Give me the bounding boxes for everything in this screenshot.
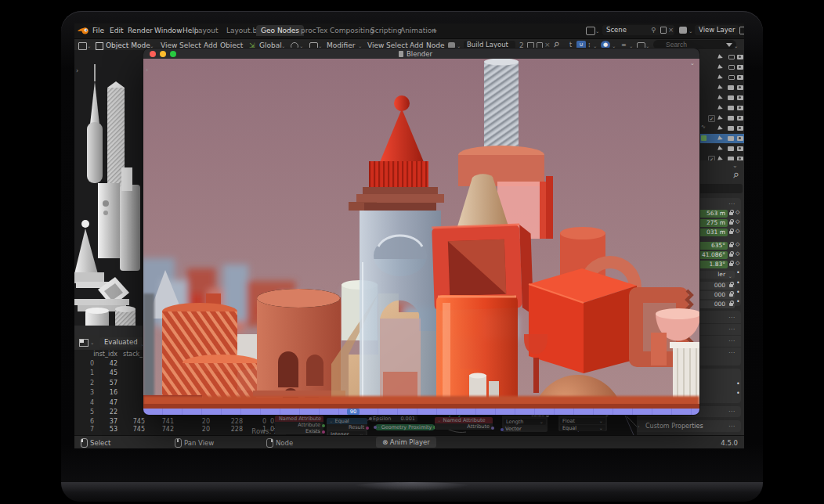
viewport-sidebar-toggle-icon[interactable]: › — [76, 67, 78, 74]
animate-dot-icon[interactable]: • — [736, 298, 740, 305]
node-named-attribute-2[interactable]: ⌄ Named Attribute Attribute — [435, 417, 493, 430]
lock-icon[interactable] — [729, 221, 733, 225]
pin-scene-icon[interactable]: ⚲ — [651, 25, 656, 35]
datatype-dropdown[interactable]: Float⌄ — [560, 418, 605, 424]
lock-icon[interactable] — [729, 244, 733, 247]
node-named-attribute-1[interactable]: Named Attribute Attribute Exists — [275, 416, 323, 434]
socket-icon[interactable] — [322, 424, 325, 427]
minimize-window-button[interactable] — [160, 51, 166, 57]
socket-icon[interactable] — [369, 417, 372, 420]
pin-id-icon[interactable]: ⚲ — [732, 171, 740, 180]
keyframe-icon[interactable]: ◇ — [735, 228, 739, 234]
status-pan-label: Pan View — [184, 439, 214, 447]
outliner-display-icon[interactable]: ≡ — [621, 41, 627, 49]
socket-icon[interactable] — [366, 427, 369, 430]
editor-type-chevron-icon[interactable]: ⌄ — [87, 43, 91, 49]
right-mouse-icon — [266, 438, 273, 448]
panel-menu-icon[interactable]: ⋯ — [728, 423, 735, 430]
animate-dot-icon[interactable]: • — [736, 390, 740, 397]
laptop-lid-notch — [349, 482, 475, 491]
menu-window[interactable]: Window — [154, 27, 183, 34]
spreadsheet-chevron-icon[interactable]: ⌄ — [90, 340, 94, 346]
node-tree-icon[interactable] — [448, 42, 455, 49]
anim-player-button[interactable]: ⊗ Anim Player — [376, 437, 436, 448]
spreadsheet-icon[interactable] — [79, 339, 89, 347]
render-viewport[interactable]: › ⌄ — [143, 59, 699, 409]
close-window-button[interactable] — [150, 51, 156, 57]
editor-type-icon[interactable] — [78, 42, 87, 50]
animate-dot-icon[interactable]: • — [736, 269, 740, 276]
lock-icon[interactable] — [729, 303, 733, 306]
operation-dropdown[interactable]: Length⌄ — [504, 419, 546, 425]
parent-snap-icon[interactable]: t — [569, 41, 572, 49]
view-layer-chevron-icon[interactable]: ⌄ — [688, 28, 692, 34]
menu-render[interactable]: Render — [128, 27, 153, 34]
copy-view-layer-icon[interactable] — [739, 27, 744, 34]
lock-icon[interactable] — [729, 231, 733, 234]
stop-icon[interactable]: ⊗ — [382, 438, 388, 446]
dataset-dropdown[interactable]: Evaluated ⌄ — [99, 337, 148, 347]
panel-menu-icon[interactable]: ⋯ — [728, 314, 735, 321]
lock-icon[interactable] — [729, 254, 733, 257]
socket-icon[interactable] — [491, 427, 494, 430]
view-layer-field[interactable]: View Layer — [695, 25, 739, 35]
panel-menu-icon[interactable]: ⋯ — [728, 326, 735, 333]
panel-menu-icon[interactable]: ⋯ — [728, 408, 735, 415]
node-epsilon-row[interactable]: Epsilon0.001 — [370, 416, 417, 422]
filter-chevron-icon[interactable]: ⌄ — [734, 43, 738, 49]
blender-logo-icon[interactable] — [78, 26, 89, 35]
menu-edit[interactable]: Edit — [110, 27, 123, 34]
clay-city-render — [74, 50, 143, 335]
lock-icon[interactable] — [729, 263, 733, 266]
snapping-options-icon[interactable]: ⁝ — [588, 41, 591, 49]
custom-properties-box[interactable]: › Custom Properties ⋯ — [633, 420, 741, 432]
close-scene-icon[interactable]: × — [668, 25, 674, 35]
properties-dropdown-chevron-icon[interactable]: ⌄ — [732, 162, 738, 169]
copy-scene-icon[interactable] — [660, 27, 667, 34]
window-titlebar[interactable]: Blender — [143, 49, 699, 59]
operation-dropdown[interactable]: Equal⌄ — [560, 425, 605, 431]
filter-funnel-icon[interactable] — [726, 43, 732, 47]
object-mode-dropdown[interactable]: Object Mode — [106, 41, 150, 49]
keyframe-icon[interactable]: ◇ — [735, 209, 739, 215]
blender-ui: File Edit Render Window Help Layout Layo… — [74, 23, 744, 448]
view-layer-icon[interactable] — [679, 27, 687, 34]
column-header-inst-idx[interactable]: inst_idx — [92, 351, 117, 358]
column-header-stack-to[interactable]: stack_to — [123, 351, 145, 358]
keyframe-icon[interactable]: ◇ — [735, 241, 739, 247]
scene-icon[interactable] — [586, 27, 595, 35]
socket-icon[interactable] — [322, 430, 325, 434]
window-doc-icon — [399, 51, 403, 57]
lock-icon[interactable] — [729, 212, 733, 215]
menu-file[interactable]: File — [92, 27, 104, 34]
scene-field[interactable]: Scene ⚲ × — [602, 25, 674, 35]
panel-menu-icon[interactable]: ⋯ — [728, 200, 735, 207]
outliner-checkbox[interactable]: ✓ — [708, 115, 715, 122]
lock-icon[interactable] — [729, 293, 733, 297]
scene-chevron-icon[interactable]: ⌄ — [595, 28, 599, 34]
animate-dot-icon[interactable]: • — [736, 279, 740, 286]
timeline-strip[interactable]: 90 — [143, 409, 699, 415]
window-viewport-toggle-icon[interactable]: › — [146, 67, 148, 74]
panel-menu-icon[interactable]: ⋯ — [728, 337, 735, 344]
tab-layout[interactable]: Layout — [190, 25, 223, 36]
lock-icon[interactable] — [729, 284, 733, 287]
socket-icon[interactable] — [374, 426, 377, 429]
add-workspace-button[interactable]: + — [427, 25, 443, 36]
keyframe-icon[interactable]: ◇ — [735, 250, 739, 257]
unlink-node-tree-icon[interactable]: × — [544, 41, 551, 49]
socket-icon[interactable] — [501, 428, 504, 431]
viewport-3d[interactable]: › — [74, 50, 143, 335]
zoom-window-button[interactable] — [170, 51, 176, 57]
panel-menu-icon[interactable]: ⋯ — [728, 349, 735, 356]
mode-icon[interactable] — [96, 42, 103, 50]
animate-dot-icon[interactable]: • — [736, 380, 740, 387]
status-node-label: Node — [276, 439, 293, 447]
keyframe-icon[interactable]: ◇ — [735, 260, 739, 266]
node-geometry-proximity[interactable]: › Geometry Proximity — [375, 424, 435, 430]
animate-dot-icon[interactable]: • — [736, 289, 740, 296]
blender-render-window[interactable]: Blender — [143, 49, 699, 415]
window-gizmo-chevron-icon[interactable]: ⌄ — [690, 60, 695, 67]
keyframe-icon[interactable]: ◇ — [735, 218, 739, 225]
current-frame-indicator[interactable]: 90 — [347, 409, 360, 415]
